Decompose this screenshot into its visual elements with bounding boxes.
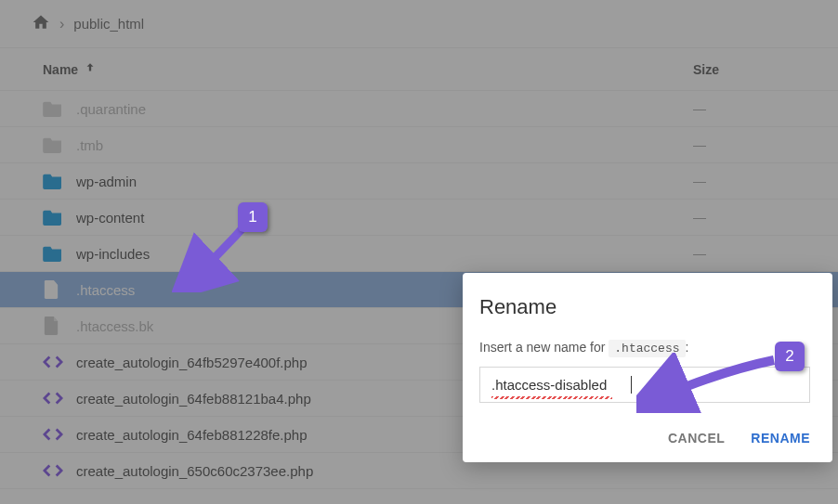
table-row[interactable]: wp-includes— <box>0 236 838 272</box>
breadcrumb-current[interactable]: public_html <box>73 16 144 32</box>
file-name: .quarantine <box>67 101 693 117</box>
folder-icon <box>43 100 67 117</box>
rename-button[interactable]: RENAME <box>751 431 810 446</box>
folder-icon <box>43 173 67 189</box>
file-size: — <box>693 137 795 152</box>
table-header: Name Size <box>0 48 838 91</box>
cancel-button[interactable]: CANCEL <box>668 431 725 446</box>
file-size: — <box>693 246 795 261</box>
code-icon <box>43 427 67 442</box>
file-name: create_autologin_650c60c2373ee.php <box>67 463 693 479</box>
breadcrumb: › public_html <box>0 0 838 48</box>
file-size: — <box>693 174 795 188</box>
table-row[interactable]: wp-admin— <box>0 163 838 200</box>
file-name: wp-content <box>67 210 693 226</box>
code-icon <box>43 463 67 478</box>
file-icon <box>43 280 67 299</box>
folder-icon <box>43 209 67 226</box>
file-size: — <box>693 101 795 116</box>
annotation-badge-2: 2 <box>775 342 805 371</box>
file-name: wp-admin <box>67 174 693 189</box>
target-filename: .htaccess <box>609 340 685 357</box>
chevron-right-icon: › <box>59 16 64 32</box>
table-row[interactable]: .tmb— <box>0 127 838 163</box>
spellcheck-underline <box>491 396 612 399</box>
table-row[interactable]: .quarantine— <box>0 91 838 127</box>
folder-icon <box>43 245 67 262</box>
annotation-badge-1: 1 <box>238 202 268 232</box>
home-icon[interactable] <box>32 13 50 34</box>
column-name[interactable]: Name <box>43 61 693 77</box>
table-row[interactable]: wp-content— <box>0 200 838 236</box>
dialog-title: Rename <box>479 295 810 319</box>
dialog-prompt: Insert a new name for .htaccess: <box>479 340 810 355</box>
sort-ascending-icon <box>84 61 97 77</box>
folder-icon <box>43 136 67 153</box>
column-size[interactable]: Size <box>693 62 795 77</box>
code-icon <box>43 391 67 406</box>
file-name: .tmb <box>67 137 693 153</box>
text-caret <box>631 376 632 394</box>
file-name: wp-includes <box>67 246 693 262</box>
file-size: — <box>693 210 795 225</box>
file-icon <box>43 317 67 335</box>
code-icon <box>43 355 67 369</box>
